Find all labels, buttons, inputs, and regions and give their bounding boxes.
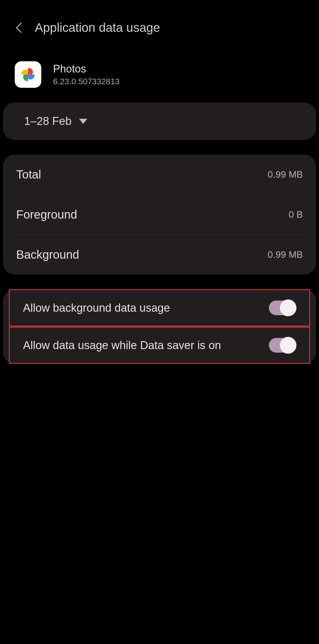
date-range-selector[interactable]: 1–28 Feb — [24, 115, 295, 128]
app-version: 6.23.0.507332813 — [53, 77, 120, 86]
toggle-knob — [279, 337, 297, 354]
stat-row-background: Background 0.99 MB — [3, 235, 316, 275]
date-range-card: 1–28 Feb — [3, 103, 316, 140]
stat-value: 0.99 MB — [268, 169, 303, 180]
stat-row-total: Total 0.99 MB — [3, 155, 316, 194]
app-icon — [15, 61, 41, 88]
toggle-row-background-data[interactable]: Allow background data usage — [10, 290, 309, 326]
toggle-label: Allow background data usage — [23, 302, 170, 314]
app-info-section: Photos 6.23.0.507332813 — [0, 49, 319, 103]
highlight-annotation: Allow background data usage — [9, 289, 310, 326]
date-range-label: 1–28 Feb — [24, 115, 72, 128]
dropdown-icon — [79, 119, 87, 124]
toggle-knob — [279, 299, 297, 316]
toggle-row-data-saver[interactable]: Allow data usage while Data saver is on — [10, 328, 309, 363]
stat-value: 0 B — [289, 209, 303, 220]
back-button[interactable] — [15, 22, 23, 34]
app-name: Photos — [53, 63, 120, 75]
app-details: Photos 6.23.0.507332813 — [53, 63, 120, 86]
toggle-label: Allow data usage while Data saver is on — [23, 339, 221, 352]
page-header: Application data usage — [0, 0, 319, 49]
page-title: Application data usage — [35, 21, 160, 35]
google-photos-icon — [19, 66, 37, 83]
toggle-switch-data-saver[interactable] — [269, 338, 296, 353]
highlight-annotation: Allow data usage while Data saver is on — [9, 327, 310, 364]
stat-label: Total — [16, 168, 41, 181]
stat-label: Background — [16, 248, 79, 261]
chevron-left-icon — [15, 22, 22, 34]
stat-label: Foreground — [16, 208, 77, 221]
toggle-switch-background-data[interactable] — [269, 300, 296, 315]
toggles-card: Allow background data usage Allow data u… — [3, 289, 316, 364]
usage-stats-card: Total 0.99 MB Foreground 0 B Background … — [3, 155, 316, 275]
stat-value: 0.99 MB — [268, 249, 303, 260]
stat-row-foreground: Foreground 0 B — [3, 195, 316, 235]
